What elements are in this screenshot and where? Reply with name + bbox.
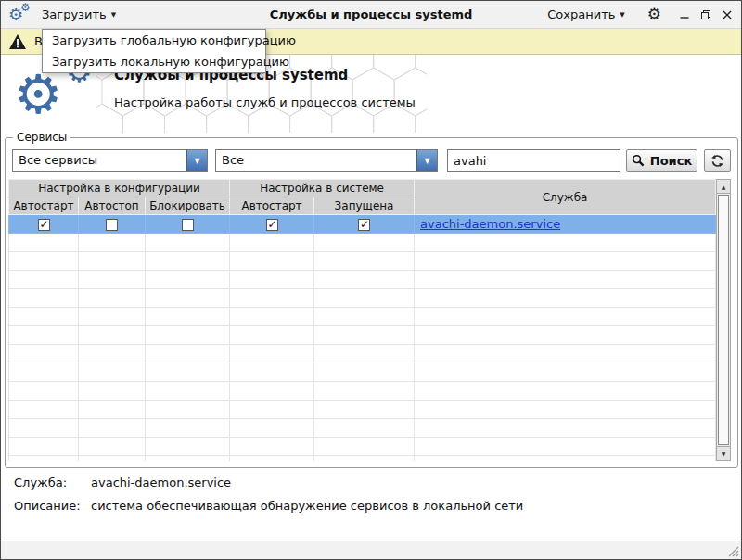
- search-button[interactable]: Поиск: [626, 149, 697, 172]
- detail-service-value: avachi-daemon.service: [91, 476, 231, 490]
- column-header-autostart-system: Автостарт: [230, 197, 314, 215]
- status-bar: [1, 541, 741, 559]
- chevron-down-icon[interactable]: ▼: [416, 150, 437, 171]
- resize-grip[interactable]: [727, 545, 739, 557]
- table-row-selected[interactable]: avachi-daemon.service: [9, 215, 716, 234]
- column-header-running: Запущена: [314, 197, 415, 215]
- chevron-down-icon: ▼: [111, 11, 116, 19]
- checkbox-autostart-system[interactable]: [266, 219, 278, 231]
- titlebar: ⚙⚙ Загрузить ▼ Службы и процессы systemd…: [1, 1, 741, 29]
- state-filter-value: Все: [216, 150, 416, 171]
- column-header-block: Блокировать: [146, 197, 230, 215]
- checkbox-autostart-config[interactable]: [38, 219, 50, 231]
- services-table-area: Настройка в конфигурации Настройка в сис…: [8, 179, 731, 461]
- service-link[interactable]: avachi-daemon.service: [420, 217, 560, 231]
- scrollbar-thumb[interactable]: [718, 195, 729, 445]
- load-menu-button[interactable]: Загрузить ▼: [36, 4, 122, 25]
- column-group-system: Настройка в системе: [230, 180, 415, 197]
- vertical-scrollbar[interactable]: ▲ ▼: [716, 179, 731, 461]
- services-table: Настройка в конфигурации Настройка в сис…: [8, 179, 716, 461]
- column-header-autostart-config: Автостарт: [9, 197, 79, 215]
- services-groupbox: Сервисы Все сервисы ▼ Все ▼ Поиск: [5, 131, 738, 468]
- gear-icon: ⚙: [14, 68, 62, 121]
- table-body: avachi-daemon.service: [9, 215, 716, 462]
- column-group-config: Настройка в конфигурации: [9, 180, 230, 197]
- chevron-down-icon: ▼: [620, 11, 624, 19]
- detail-service-row: Служба: avachi-daemon.service: [14, 476, 730, 490]
- checkbox-running[interactable]: [358, 219, 370, 231]
- close-button[interactable]: [721, 8, 734, 21]
- banner-subtitle: Настройка работы служб и процессов систе…: [114, 95, 416, 109]
- search-button-label: Поиск: [650, 154, 692, 168]
- checkbox-block[interactable]: [182, 219, 194, 231]
- checkbox-autostop[interactable]: [106, 219, 118, 231]
- app-gears-icon: ⚙⚙: [8, 3, 36, 27]
- window-controls: [678, 8, 734, 21]
- load-dropdown-menu: Загрузить глобальную конфигурацию Загруз…: [42, 29, 266, 73]
- column-header-autostop: Автостоп: [79, 197, 146, 215]
- titlebar-right: Сохранить ▼ ⚙: [542, 4, 734, 25]
- refresh-icon: [710, 154, 724, 168]
- detail-description-value: система обеспечивающая обнаружение серви…: [91, 499, 523, 513]
- scroll-up-button[interactable]: ▲: [717, 180, 730, 194]
- state-filter-select[interactable]: Все ▼: [215, 149, 438, 172]
- gear-icon: ⚙: [20, 2, 31, 13]
- save-menu-label: Сохранить: [547, 7, 615, 21]
- details-panel: Служба: avachi-daemon.service Описание: …: [14, 476, 730, 522]
- menu-item-load-local-config[interactable]: Загрузить локальную конфигурацию: [43, 51, 265, 72]
- detail-description-label: Описание:: [14, 499, 91, 513]
- detail-service-label: Служба:: [14, 476, 91, 490]
- column-header-service: Служба: [415, 180, 716, 215]
- load-menu-label: Загрузить: [42, 7, 107, 21]
- warning-icon: [8, 33, 27, 50]
- filter-row: Все сервисы ▼ Все ▼ Поиск: [12, 149, 732, 172]
- chevron-down-icon[interactable]: ▼: [186, 150, 207, 171]
- menu-item-load-global-config[interactable]: Загрузить глобальную конфигурацию: [43, 30, 265, 51]
- settings-gear-icon[interactable]: ⚙: [647, 6, 661, 22]
- service-filter-value: Все сервисы: [13, 150, 186, 171]
- search-input[interactable]: [447, 149, 620, 172]
- search-icon: [632, 154, 645, 167]
- save-menu-button[interactable]: Сохранить ▼: [542, 4, 631, 25]
- services-legend: Сервисы: [13, 131, 70, 144]
- refresh-button[interactable]: [704, 149, 731, 172]
- detail-description-row: Описание: система обеспечивающая обнаруж…: [14, 499, 730, 513]
- service-filter-select[interactable]: Все сервисы ▼: [12, 149, 208, 172]
- maximize-button[interactable]: [699, 8, 712, 21]
- app-window: ⚙⚙ Загрузить ▼ Службы и процессы systemd…: [0, 0, 742, 560]
- minimize-button[interactable]: [678, 8, 691, 21]
- scroll-down-button[interactable]: ▼: [717, 446, 730, 460]
